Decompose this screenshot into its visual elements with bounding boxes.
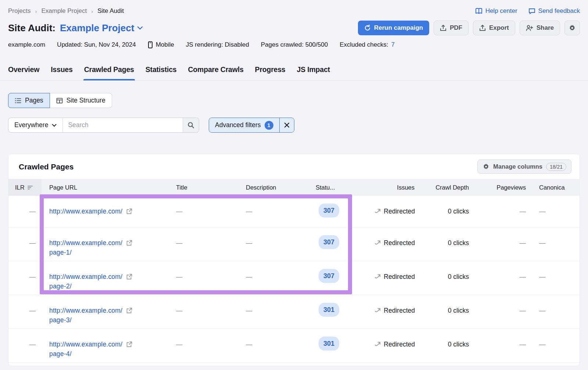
- share-button[interactable]: Share: [520, 21, 560, 35]
- issues-cell: Redirected: [345, 227, 418, 261]
- table-row: —http://www.example.com/page-1/——307Redi…: [8, 227, 580, 261]
- page-url-link-line2[interactable]: page-1/: [49, 248, 72, 257]
- table-header-row: ILR Page URL Title Description Statu... …: [8, 179, 580, 196]
- settings-button[interactable]: [564, 21, 580, 35]
- title-cell: —: [170, 227, 240, 261]
- tab-overview[interactable]: Overview: [7, 62, 40, 80]
- refresh-icon: [364, 25, 371, 31]
- column-header-issues[interactable]: Issues: [345, 179, 418, 196]
- page-url-link[interactable]: http://www.example.com/: [49, 272, 122, 281]
- tab-crawled-pages[interactable]: Crawled Pages: [83, 62, 135, 80]
- top-bar: Projects › Example Project › Site Audit …: [0, 0, 588, 15]
- top-links: Help center Send feedback: [475, 7, 580, 15]
- tab-js-impact[interactable]: JS Impact: [296, 62, 331, 80]
- redirect-arrow-icon: [374, 239, 381, 245]
- search-icon: [187, 122, 194, 129]
- breadcrumb-separator-icon: ›: [35, 8, 37, 14]
- column-label: Canonica: [539, 184, 565, 191]
- issues-value: Redirected: [384, 206, 415, 216]
- page-url-link-line2[interactable]: page-3/: [49, 315, 72, 325]
- help-center-link[interactable]: Help center: [475, 7, 517, 15]
- share-label: Share: [537, 24, 554, 32]
- external-link-icon[interactable]: [126, 308, 132, 314]
- table-body: —http://www.example.com/——307Redirected0…: [8, 196, 580, 363]
- column-header-title[interactable]: Title: [170, 179, 240, 196]
- description-cell: —: [240, 261, 310, 295]
- crawl-depth-cell: 0 clicks: [418, 196, 473, 227]
- column-header-page-url[interactable]: Page URL: [42, 179, 170, 196]
- canonical-value: —: [539, 239, 546, 247]
- description-cell: —: [240, 196, 310, 227]
- table-row: —http://www.example.com/——307Redirected0…: [8, 196, 580, 227]
- column-header-crawl-depth[interactable]: Crawl Depth: [418, 179, 473, 196]
- pdf-button[interactable]: PDF: [434, 21, 469, 35]
- tab-statistics[interactable]: Statistics: [145, 62, 178, 80]
- column-header-pageviews[interactable]: Pageviews: [473, 179, 530, 196]
- advanced-filters-button[interactable]: Advanced filters 1: [209, 118, 279, 132]
- export-pdf-icon: [440, 25, 447, 31]
- excluded-checks-link[interactable]: 7: [391, 41, 394, 49]
- external-link-icon[interactable]: [126, 341, 132, 348]
- rerun-campaign-button[interactable]: Rerun campaign: [358, 21, 429, 35]
- page-url-link[interactable]: http://www.example.com/: [49, 306, 122, 315]
- column-label: Statu...: [316, 184, 335, 191]
- crawl-depth-cell: 0 clicks: [418, 227, 473, 261]
- view-toggle: Pages Site Structure: [8, 93, 112, 108]
- column-header-ilr[interactable]: ILR: [8, 179, 42, 196]
- toggle-site-structure[interactable]: Site Structure: [50, 93, 112, 108]
- page-url-link[interactable]: http://www.example.com/: [49, 238, 122, 248]
- title-value: —: [176, 239, 183, 247]
- crawl-depth-value: 0 clicks: [448, 341, 469, 348]
- external-link-icon[interactable]: [126, 274, 132, 280]
- export-button[interactable]: Export: [473, 21, 515, 35]
- canonical-cell: —: [530, 196, 580, 227]
- page-url-link-line2[interactable]: page-4/: [49, 349, 72, 359]
- send-feedback-link[interactable]: Send feedback: [528, 7, 580, 15]
- page-title: Site Audit: Example Project: [8, 22, 143, 34]
- external-link-icon[interactable]: [126, 240, 132, 246]
- status-code-badge[interactable]: 307: [319, 235, 339, 249]
- pageviews-cell: —: [473, 196, 530, 227]
- tab-compare-crawls[interactable]: Compare Crawls: [187, 62, 244, 80]
- issues-value: Redirected: [384, 272, 415, 281]
- external-link-icon[interactable]: [126, 208, 132, 215]
- column-header-canonical[interactable]: Canonica: [530, 179, 580, 196]
- meta-row: example.com Updated: Sun, Nov 24, 2024 M…: [0, 35, 588, 49]
- ilr-cell: —: [8, 329, 42, 362]
- project-selector[interactable]: Example Project: [60, 22, 143, 34]
- column-header-status[interactable]: Statu...: [310, 179, 345, 196]
- columns-count-badge: 18/21: [546, 163, 566, 171]
- status-code-badge[interactable]: 301: [319, 337, 339, 351]
- status-code-badge[interactable]: 307: [319, 204, 339, 218]
- manage-columns-button[interactable]: Manage columns 18/21: [477, 159, 571, 174]
- description-cell: —: [240, 295, 310, 328]
- page-url-link[interactable]: http://www.example.com/: [49, 206, 122, 216]
- export-label: Export: [489, 24, 509, 32]
- page-url-link[interactable]: http://www.example.com/: [49, 340, 122, 349]
- project-name: Example Project: [60, 22, 134, 34]
- toggle-pages[interactable]: Pages: [8, 93, 50, 108]
- tab-progress[interactable]: Progress: [254, 62, 286, 80]
- status-code-badge[interactable]: 301: [319, 303, 339, 317]
- crawl-depth-value: 0 clicks: [448, 307, 469, 314]
- search-input[interactable]: [63, 118, 183, 132]
- description-cell: —: [240, 329, 310, 362]
- breadcrumb-example-project[interactable]: Example Project: [41, 7, 87, 15]
- excluded-checks-label: Excluded checks:: [340, 41, 388, 49]
- status-code-badge[interactable]: 307: [319, 269, 339, 283]
- page-url-link-line2[interactable]: page-2/: [49, 281, 72, 291]
- tab-issues[interactable]: Issues: [50, 62, 74, 80]
- ilr-value: —: [29, 307, 36, 314]
- column-label: Crawl Depth: [435, 184, 469, 191]
- pages-crawled-label: Pages crawled: 500/500: [261, 41, 328, 49]
- column-header-description[interactable]: Description: [240, 179, 310, 196]
- description-value: —: [246, 273, 252, 280]
- clear-filters-button[interactable]: [279, 118, 294, 132]
- search-scope-select[interactable]: Everywhere: [8, 118, 63, 132]
- title-value: —: [176, 307, 183, 314]
- canonical-cell: —: [530, 227, 580, 261]
- rerun-campaign-label: Rerun campaign: [374, 24, 423, 32]
- search-button[interactable]: [183, 118, 199, 132]
- chevron-down-icon: [52, 124, 57, 127]
- breadcrumb-projects[interactable]: Projects: [8, 7, 31, 15]
